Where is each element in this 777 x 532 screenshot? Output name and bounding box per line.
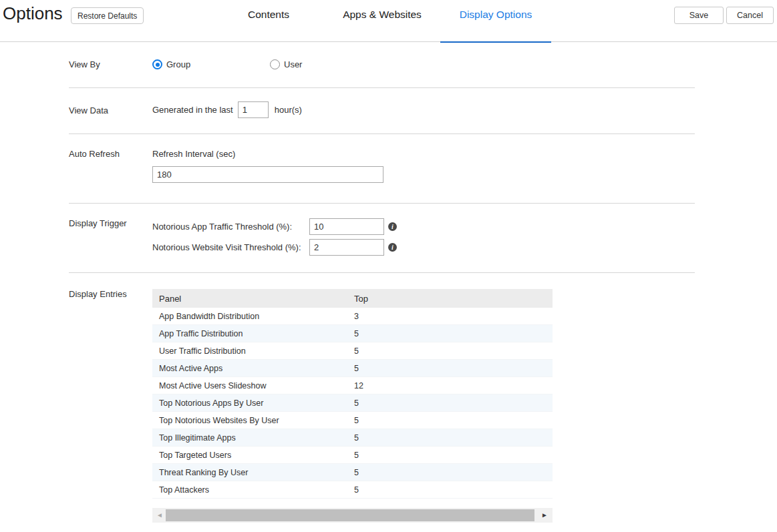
panel-cell: Top Attackers	[152, 485, 354, 495]
hours-input[interactable]	[238, 101, 269, 118]
panel-cell: Most Active Apps	[152, 364, 354, 373]
top-cell: 5	[354, 364, 553, 373]
radio-selected-icon	[152, 59, 162, 69]
hours-suffix-text: hour(s)	[275, 105, 302, 115]
column-header-top: Top	[354, 294, 553, 304]
section-view-data: View Data Generated in the last hour(s)	[69, 88, 695, 134]
panel-cell: Top Targeted Users	[152, 451, 354, 460]
table-row[interactable]: Top Notorious Apps By User5	[152, 394, 553, 412]
scrollbar-thumb[interactable]	[166, 509, 534, 521]
table-row[interactable]: App Traffic Distribution5	[152, 325, 553, 342]
column-header-panel: Panel	[152, 294, 354, 304]
table-row[interactable]: App Bandwidth Distribution3	[152, 308, 553, 325]
panel-cell: App Bandwidth Distribution	[152, 312, 354, 321]
top-cell: 3	[354, 312, 553, 321]
radio-label: Group	[166, 59, 190, 69]
table-row[interactable]: Top Targeted Users5	[152, 447, 553, 464]
panel-cell: Most Active Users Slideshow	[152, 381, 354, 390]
panel-cell: App Traffic Distribution	[152, 329, 354, 338]
tab-bar: Contents Apps & Websites Display Options	[212, 0, 553, 42]
refresh-interval-input[interactable]	[152, 166, 383, 183]
restore-defaults-button[interactable]: Restore Defaults	[71, 7, 144, 24]
scroll-left-icon[interactable]: ◄	[156, 508, 163, 523]
radio-option-user[interactable]: User	[270, 59, 302, 69]
app-threshold-label: Notorious App Traffic Threshold (%):	[152, 222, 309, 232]
table-row[interactable]: Top Attackers5	[152, 481, 553, 499]
top-cell: 5	[354, 416, 553, 425]
top-cell: 5	[354, 398, 553, 408]
section-display-entries: Display Entries Panel Top App Bandwidth …	[69, 273, 695, 523]
info-icon[interactable]: i	[388, 243, 397, 252]
save-button[interactable]: Save	[674, 7, 724, 24]
page-title: Options	[3, 3, 63, 24]
settings-form: View By Group User View Data Generated i…	[69, 42, 695, 523]
section-auto-refresh: Auto Refresh Refresh Interval (sec)	[69, 134, 695, 204]
top-cell: 5	[354, 485, 553, 495]
top-cell: 5	[354, 346, 553, 356]
section-label: Display Trigger	[69, 218, 152, 228]
top-cell: 5	[354, 451, 553, 460]
table-header: Panel Top	[152, 289, 553, 308]
header: Options Restore Defaults Contents Apps &…	[0, 0, 777, 42]
table-row[interactable]: Most Active Users Slideshow12	[152, 377, 553, 394]
radio-unselected-icon	[270, 59, 280, 69]
panel-cell: Top Illegitimate Apps	[152, 433, 354, 443]
panel-cell: User Traffic Distribution	[152, 346, 354, 356]
section-display-trigger: Display Trigger Notorious App Traffic Th…	[69, 204, 695, 273]
table-body: App Bandwidth Distribution3App Traffic D…	[152, 308, 553, 499]
top-cell: 12	[354, 381, 553, 390]
section-label: Display Entries	[69, 289, 152, 299]
app-threshold-input[interactable]	[309, 218, 384, 235]
website-threshold-input[interactable]	[309, 239, 384, 256]
table-row[interactable]: Top Notorious Websites By User5	[152, 412, 553, 429]
tab-apps-websites[interactable]: Apps & Websites	[325, 0, 439, 42]
panel-cell: Threat Ranking By User	[152, 468, 354, 477]
tab-display-options[interactable]: Display Options	[439, 0, 553, 42]
panel-cell: Top Notorious Websites By User	[152, 416, 354, 425]
table-footer-gap	[152, 499, 553, 508]
radio-option-group[interactable]: Group	[152, 59, 270, 69]
table-row[interactable]: Most Active Apps5	[152, 360, 553, 377]
scroll-right-icon[interactable]: ►	[541, 508, 548, 523]
section-label: View By	[69, 59, 152, 69]
top-cell: 5	[354, 329, 553, 338]
cancel-button[interactable]: Cancel	[726, 7, 774, 24]
tab-contents[interactable]: Contents	[212, 0, 325, 42]
radio-label: User	[284, 59, 302, 69]
display-entries-table: Panel Top App Bandwidth Distribution3App…	[152, 289, 553, 523]
table-row[interactable]: Threat Ranking By User5	[152, 464, 553, 481]
top-cell: 5	[354, 468, 553, 477]
table-row[interactable]: Top Illegitimate Apps5	[152, 429, 553, 447]
top-cell: 5	[354, 433, 553, 443]
table-row[interactable]: User Traffic Distribution5	[152, 342, 553, 360]
section-label: View Data	[69, 101, 152, 115]
section-label: Auto Refresh	[69, 149, 152, 159]
section-view-by: View By Group User	[69, 42, 695, 88]
refresh-interval-label: Refresh Interval (sec)	[152, 149, 695, 159]
generated-prefix-text: Generated in the last	[152, 105, 233, 115]
horizontal-scrollbar[interactable]: ◄ ►	[152, 508, 553, 523]
panel-cell: Top Notorious Apps By User	[152, 398, 354, 408]
info-icon[interactable]: i	[388, 222, 397, 231]
website-threshold-label: Notorious Website Visit Threshold (%):	[152, 242, 309, 252]
